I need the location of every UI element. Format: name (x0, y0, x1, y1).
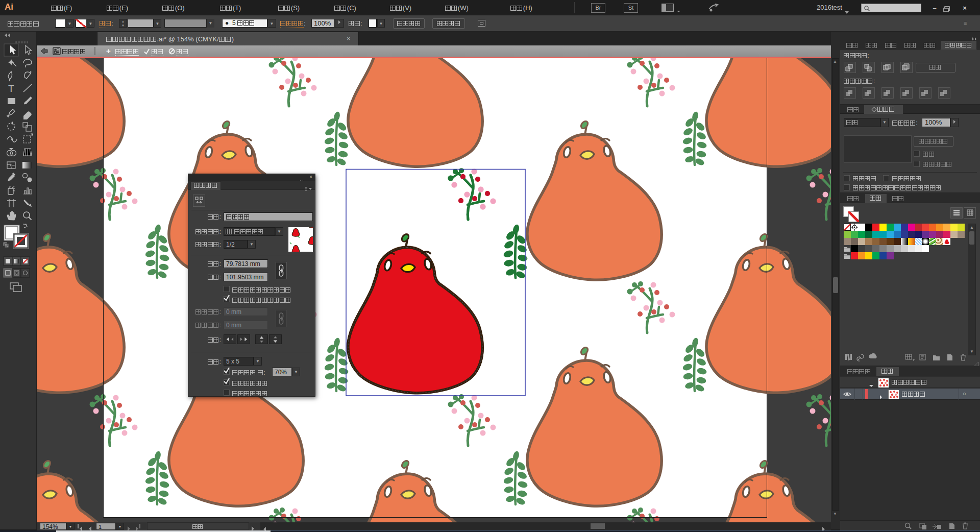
svg-text:T: T (8, 83, 14, 94)
